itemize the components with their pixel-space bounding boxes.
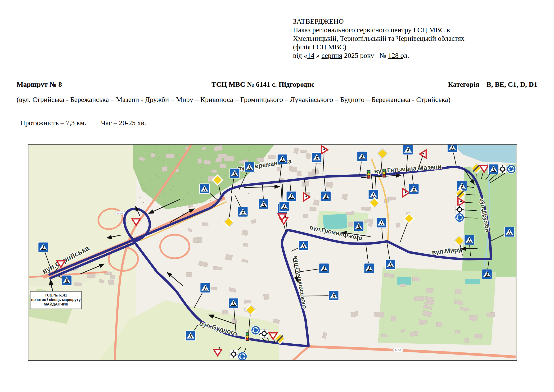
sign-crosswalk-icon <box>229 298 238 308</box>
approval-day: 14 <box>307 51 314 59</box>
pedestrian-glyph <box>325 194 327 196</box>
building <box>218 154 227 158</box>
building <box>368 221 373 227</box>
pedestrian-glyph <box>263 202 264 203</box>
sign-crosswalk-icon <box>505 227 514 237</box>
pedestrian-glyph <box>205 286 206 287</box>
building <box>197 158 202 164</box>
traffic-light-green <box>246 333 249 335</box>
pedestrian-glyph <box>233 301 235 303</box>
building <box>400 284 406 287</box>
pedestrian-glyph <box>452 146 453 147</box>
building <box>374 312 384 317</box>
building <box>110 275 115 280</box>
building <box>277 167 281 171</box>
pedestrian-glyph <box>249 165 250 167</box>
building <box>251 219 256 224</box>
sign-crosswalk-icon <box>38 242 48 252</box>
sign-crosswalk-icon <box>386 259 395 269</box>
sign-roundabout-icon <box>455 213 464 222</box>
building <box>381 334 387 337</box>
building <box>308 172 314 177</box>
tree-dot <box>173 186 174 187</box>
traffic-light-red <box>383 175 385 177</box>
roundabout-plate <box>251 326 260 335</box>
building <box>455 289 461 294</box>
pedestrian-glyph <box>368 266 370 268</box>
tree-dot <box>164 193 165 194</box>
tree-dot <box>210 200 211 201</box>
tree-dot <box>235 167 236 168</box>
building <box>401 329 405 333</box>
tree-dot <box>248 193 249 194</box>
traffic-light-red <box>367 176 370 178</box>
sign-crosswalk-icon <box>286 191 296 201</box>
traffic-light-green <box>383 169 385 172</box>
building <box>193 238 199 243</box>
tree-dot <box>149 151 150 152</box>
traffic-light-yellow <box>246 335 249 338</box>
sign-crosswalk-icon <box>200 283 210 293</box>
roundabout-plate <box>455 213 464 222</box>
pedestrian-glyph <box>303 244 304 245</box>
building <box>412 277 419 281</box>
pedestrian-glyph <box>413 187 415 189</box>
building <box>342 194 348 200</box>
building <box>414 296 423 301</box>
building <box>346 211 354 215</box>
tree-dot <box>225 175 225 176</box>
pond <box>397 277 411 285</box>
sign-crosswalk-icon <box>364 263 374 273</box>
approval-line: (філія ГСЦ МВС) <box>293 43 464 51</box>
approval-order-number: 128 од <box>388 51 407 59</box>
start-box-text: початок / кінець маршруту <box>31 298 81 302</box>
tree-dot <box>159 176 159 177</box>
yield-dot <box>323 148 325 150</box>
building <box>268 155 276 159</box>
pedestrian-glyph <box>469 238 470 239</box>
pedestrian-glyph <box>242 210 244 211</box>
road-badge: М 09 <box>115 211 125 215</box>
route-map: М 09М 30вул.Стрийськавул.Бережанськавул.… <box>28 144 517 361</box>
sign-crosswalk-icon <box>354 221 364 231</box>
building <box>232 319 237 323</box>
sign-crosswalk-icon <box>277 154 287 164</box>
building <box>244 300 251 303</box>
tree-dot <box>180 169 181 170</box>
sign-crosswalk-icon <box>279 202 289 211</box>
start-box-text: МАЙДАНЧИК <box>44 302 68 306</box>
tree-dot <box>159 157 160 158</box>
pedestrian-glyph <box>204 187 205 188</box>
pedestrian-glyph <box>493 167 495 169</box>
building <box>215 158 222 163</box>
sign-light-icon <box>382 169 386 178</box>
sign-crosswalk-icon <box>409 184 419 194</box>
building <box>464 338 469 343</box>
pond <box>465 279 480 284</box>
pedestrian-glyph <box>66 279 68 280</box>
tree-dot <box>150 193 151 194</box>
tree-dot <box>171 189 172 190</box>
building <box>326 182 333 188</box>
building <box>204 160 211 165</box>
sign-crosswalk-icon <box>457 181 467 191</box>
building <box>151 153 155 158</box>
tree-dot <box>168 150 169 150</box>
sign-crosswalk-icon <box>299 241 309 251</box>
building <box>211 287 217 290</box>
building <box>303 214 307 217</box>
building <box>351 311 358 317</box>
category-label: Категорія – В, ВЕ, С1, D, D1 <box>448 80 537 89</box>
tree-dot <box>201 181 202 182</box>
pedestrian-glyph <box>461 184 463 185</box>
building <box>162 166 168 172</box>
tree-dot <box>248 150 249 151</box>
pedestrian-glyph <box>407 148 409 149</box>
pedestrian-glyph <box>361 154 363 156</box>
building <box>297 171 301 176</box>
tree-dot <box>139 197 140 198</box>
traffic-light-green <box>367 171 370 173</box>
pedestrian-glyph <box>43 245 44 247</box>
sign-crosswalk-icon <box>186 331 196 341</box>
sign-crosswalk-icon <box>200 184 209 194</box>
